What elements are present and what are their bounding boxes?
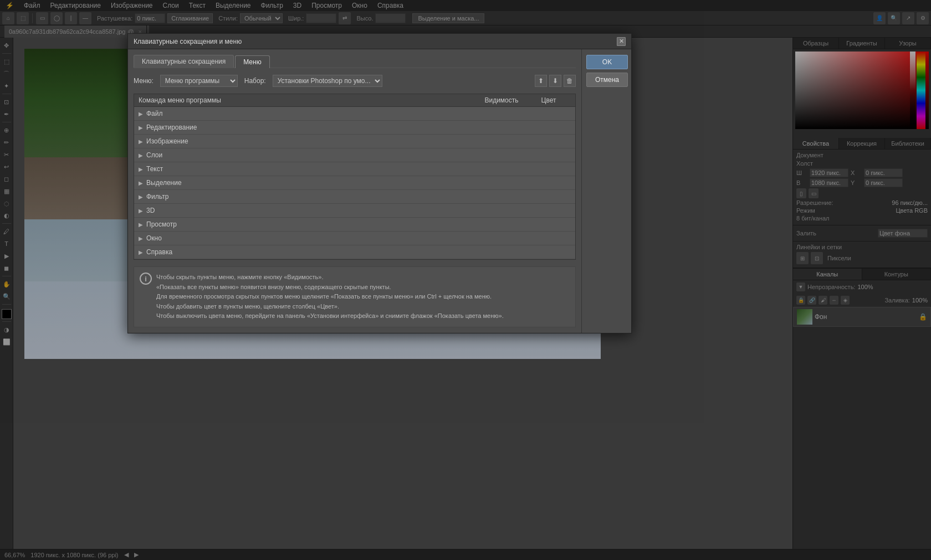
table-row[interactable]: ▶ Слои [134,148,575,162]
dialog-body: Клавиатурные сокращения Меню Меню: Меню … [128,49,631,333]
col-visibility-header: Видимость [477,96,526,104]
table-header: Команда меню программы Видимость Цвет [134,94,575,107]
table-row[interactable]: ▶ Окно [134,232,575,245]
table-row[interactable]: ▶ 3D [134,204,575,218]
table-row[interactable]: ▶ Редактирование [134,121,575,135]
set-dropdown[interactable]: Установки Photoshop по умо... [273,75,382,87]
cancel-button[interactable]: Отмена [586,73,628,87]
menu-item-name: Справка [146,248,477,256]
expand-icon: ▶ [139,166,146,172]
expand-icon: ▶ [139,222,146,228]
load-set-button[interactable]: ⬇ [549,75,561,87]
table-row[interactable]: ▶ Просмотр [134,218,575,232]
table-row[interactable]: ▶ Текст [134,162,575,176]
dialog-controls: Меню: Меню программы Набор: Установки Ph… [134,73,576,89]
menu-item-name: Файл [146,110,477,117]
set-ctrl-label: Набор: [244,77,266,85]
dialog-main: Клавиатурные сокращения Меню Меню: Меню … [128,49,581,333]
menu-item-name: Выделение [146,179,477,187]
table-row[interactable]: ▶ Изображение [134,135,575,148]
table-row[interactable]: ▶ Файл [134,107,575,121]
dialog-title: Клавиатурные сокращения и меню [134,38,242,45]
expand-icon: ▶ [139,138,146,145]
col-name-header: Команда меню программы [139,96,477,104]
menu-item-name: Текст [146,165,477,173]
menu-item-name: 3D [146,207,477,214]
tab-shortcuts[interactable]: Клавиатурные сокращения [134,55,234,68]
ok-button[interactable]: OK [586,55,628,69]
expand-icon: ▶ [139,125,146,131]
expand-icon: ▶ [139,208,146,214]
keyboard-shortcuts-dialog: Клавиатурные сокращения и меню ✕ Клавиат… [127,33,632,333]
info-icon: i [140,273,152,285]
table-row[interactable]: ▶ Справка [134,245,575,259]
delete-set-button[interactable]: 🗑 [564,75,576,87]
menu-item-name: Фильтр [146,193,477,201]
table-row[interactable]: ▶ Фильтр [134,190,575,204]
expand-icon: ▶ [139,180,146,186]
expand-icon: ▶ [139,111,146,117]
menu-item-name: Слои [146,151,477,159]
expand-icon: ▶ [139,194,146,200]
set-action-icons: ⬆ ⬇ 🗑 [535,75,576,87]
menu-item-name: Изображение [146,137,477,145]
menu-dropdown[interactable]: Меню программы [160,75,238,87]
menu-item-name: Окно [146,234,477,242]
dialog-sidebar: OK Отмена [581,49,631,333]
expand-icon: ▶ [139,249,146,255]
expand-icon: ▶ [139,235,146,242]
tab-menu[interactable]: Меню [235,55,269,68]
menu-item-name: Просмотр [146,220,477,228]
dialog-tabs: Клавиатурные сокращения Меню [134,55,576,68]
dialog-titlebar: Клавиатурные сокращения и меню ✕ [128,34,631,49]
menu-rows-container: ▶ Файл ▶ Редактирование ▶ Изображение ▶ … [134,107,575,259]
info-text: Чтобы скрыть пункты меню, нажмите кнопку… [156,273,570,321]
save-set-button[interactable]: ⬆ [535,75,547,87]
table-row[interactable]: ▶ Выделение [134,176,575,190]
menu-table: Команда меню программы Видимость Цвет ▶ … [134,94,576,260]
info-box: i Чтобы скрыть пункты меню, нажмите кноп… [134,266,576,327]
expand-icon: ▶ [139,152,146,158]
dialog-close-button[interactable]: ✕ [617,37,626,46]
menu-item-name: Редактирование [146,124,477,131]
col-color-header: Цвет [526,96,571,104]
menu-ctrl-label: Меню: [134,77,154,85]
